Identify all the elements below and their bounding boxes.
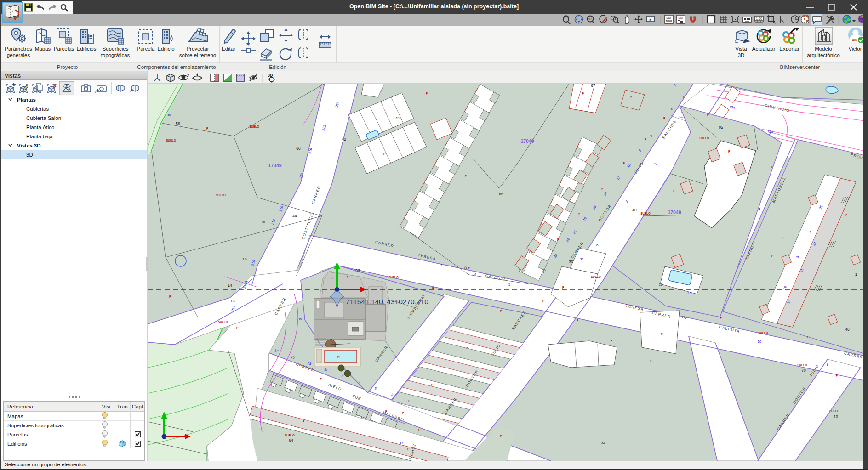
svg-text:4: 4 [474,272,476,277]
svg-text:16: 16 [261,220,265,224]
svg-text:3: 3 [701,277,702,281]
svg-text:P: P [661,333,663,336]
svg-text:136: 136 [165,113,171,117]
svg-text:10: 10 [834,414,838,419]
svg-text:P: P [407,447,409,451]
svg-text:42: 42 [342,137,346,142]
svg-text:3: 3 [465,386,467,390]
svg-text:31: 31 [580,257,584,261]
svg-text:17049: 17049 [668,210,681,215]
svg-text:P: P [557,238,559,241]
svg-text:8: 8 [827,362,828,367]
svg-text:P: P [645,138,646,141]
svg-text:66: 66 [296,146,301,151]
svg-text:P: P [562,286,564,289]
svg-text:1.00: 1.00 [756,17,762,20]
svg-text:SUELO: SUELO [797,363,807,367]
svg-text:P: P [347,276,348,279]
svg-text:15: 15 [688,291,691,295]
svg-text:67: 67 [591,84,595,88]
svg-text:11: 11 [659,283,662,287]
svg-text:P: P [465,175,467,178]
svg-text:P: P [577,319,578,322]
svg-text:56: 56 [176,121,180,126]
svg-text:64: 64 [289,438,293,442]
svg-text:SUELO: SUELO [285,434,295,437]
svg-text:PI: PI [337,356,341,359]
svg-text:711541.140, 4310270.710: 711541.140, 4310270.710 [346,298,428,306]
svg-text:P: P [353,394,355,397]
svg-text:41: 41 [395,116,400,120]
svg-text:BIM: BIM [852,38,858,41]
svg-text:P: P [236,326,238,329]
svg-text:P: P [206,127,208,130]
svg-text:15: 15 [242,257,247,261]
svg-text:P: P [611,339,612,342]
svg-text:34: 34 [601,441,605,445]
svg-text:P: P [673,189,674,193]
svg-text:14: 14 [228,283,232,288]
svg-text:DXF: DXF [679,17,684,19]
svg-text:SUELO: SUELO [699,136,709,140]
svg-text:P: P [771,165,773,169]
svg-text:30: 30 [569,260,573,264]
svg-text:×2: ×2 [588,17,592,21]
svg-text:35: 35 [298,317,302,321]
svg-text:P: P [402,412,404,415]
svg-text:P: P [303,420,304,423]
svg-text:P: P [542,258,543,261]
svg-text:P: P [683,96,685,99]
svg-text:P: P [466,346,468,350]
svg-text:SUELO: SUELO [218,320,228,323]
svg-text:P: P [650,359,651,362]
svg-text:40: 40 [632,208,637,212]
svg-text:70: 70 [801,368,806,373]
svg-text:05: 05 [719,125,723,130]
svg-text:44: 44 [292,214,297,218]
svg-text:P: P [426,92,428,95]
svg-text:13: 13 [230,299,235,303]
svg-text:10: 10 [758,340,761,344]
svg-text:2: 2 [440,263,442,267]
svg-text:P: P [707,113,709,116]
svg-text:SUELO: SUELO [388,276,399,279]
svg-text:P: P [836,374,838,377]
svg-text:P: P [601,187,603,191]
svg-text:33: 33 [330,276,333,280]
svg-text:P: P [728,150,730,153]
svg-text:SUELO: SUELO [829,409,839,413]
svg-text:SUELO: SUELO [249,125,259,128]
svg-text:03: 03 [355,268,360,273]
svg-text:P: P [500,435,502,438]
svg-text:P: P [845,213,847,216]
svg-text:P: P [542,300,544,303]
svg-text:P: P [582,92,584,95]
svg-text:SUELO: SUELO [640,212,651,215]
svg-text:P: P [771,255,773,258]
svg-text:P: P [385,410,387,413]
svg-text:P: P [782,236,783,239]
svg-text:P: P [500,310,502,313]
svg-text:P: P [383,153,385,156]
svg-text:5: 5 [508,283,510,287]
svg-text:46: 46 [845,327,850,332]
svg-text:P: P [807,335,809,339]
svg-text:SUELO: SUELO [591,275,601,278]
svg-text:SUELO: SUELO [758,331,768,334]
svg-text:66: 66 [499,192,503,196]
svg-text:1: 1 [855,272,857,277]
svg-text:P: P [759,208,760,211]
svg-text:P: P [663,117,665,120]
svg-text:SUELO: SUELO [216,193,226,197]
svg-text:P: P [169,295,171,298]
svg-text:17049: 17049 [268,163,281,168]
svg-text:P: P [320,378,322,381]
svg-text:P: P [720,316,722,319]
svg-text:DWG: DWG [666,20,672,23]
svg-text:P: P [578,212,580,215]
svg-text:P: P [418,428,420,431]
svg-text:SUELO: SUELO [166,139,176,142]
svg-text:P: P [623,162,625,165]
svg-text:P: P [431,383,433,386]
svg-text:P: P [630,96,632,99]
